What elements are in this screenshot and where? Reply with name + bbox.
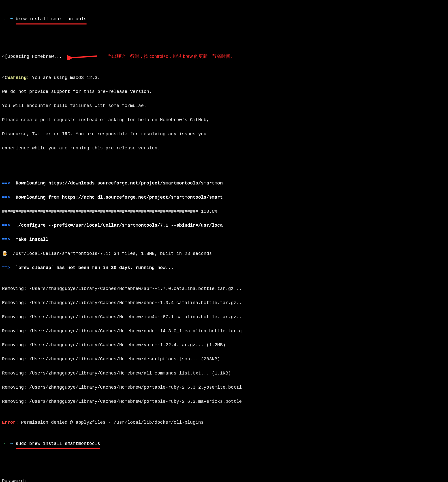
error-line: Error: Permission denied @ apply2files -… [2, 419, 446, 426]
removing-line: Removing: /Users/zhangguoye/Library/Cach… [2, 328, 446, 335]
beer-icon: 🍺 [2, 250, 8, 257]
prompt-line-1: → ~ brew install smartmontools [2, 16, 446, 25]
removing-line: Removing: /Users/zhangguoye/Library/Cach… [2, 285, 446, 292]
built-line: 🍺 /usr/local/Cellar/smartmontools/7.1: 3… [2, 250, 446, 257]
warning-line: ^CWarning: You are using macOS 12.3. [2, 74, 446, 82]
password-line: Password: [2, 478, 446, 482]
blank-line [2, 32, 446, 39]
updating-line: ^[Updating Homebrew...当出现这一行时，按 control+… [2, 53, 446, 60]
removing-line: Removing: /Users/zhangguoye/Library/Cach… [2, 398, 446, 405]
prompt-arrow: → [2, 16, 5, 21]
marker: ==> [2, 181, 10, 186]
terminal[interactable]: → ~ brew install smartmontools ^[Updatin… [0, 0, 448, 482]
svg-line-0 [71, 56, 97, 58]
download-line: ==> Downloading https://downloads.source… [2, 180, 446, 187]
progress-line: ########################################… [2, 208, 446, 215]
removing-line: Removing: /Users/zhangguoye/Library/Cach… [2, 384, 446, 391]
prompt-tilde: ~ [10, 16, 13, 21]
error-label: Error: [2, 420, 18, 425]
arrow-icon [67, 53, 97, 60]
removing-line: Removing: /Users/zhangguoye/Library/Cach… [2, 356, 446, 363]
make-line: ==> make install [2, 236, 446, 243]
blank-line [2, 159, 446, 166]
output-line: experience while you are running this pr… [2, 145, 446, 152]
output-line: You will encounter build failures with s… [2, 102, 446, 110]
output-line: Discourse, Twitter or IRC. You are respo… [2, 131, 446, 138]
command-2: sudo brew install smartmontools [16, 440, 100, 449]
prompt-arrow: → [2, 441, 5, 446]
download-line: ==> Downloading from https://nchc.dl.sou… [2, 194, 446, 201]
output-line: Please create pull requests instead of a… [2, 117, 446, 124]
blank-line [2, 457, 446, 464]
marker: ==> [2, 195, 10, 200]
marker: ==> [2, 237, 10, 242]
cleanup-line: ==> `brew cleanup` has not been run in 3… [2, 264, 446, 272]
prompt-tilde: ~ [10, 441, 13, 446]
marker: ==> [2, 265, 10, 270]
removing-line: Removing: /Users/zhangguoye/Library/Cach… [2, 314, 446, 321]
configure-line: ==> ./configure --prefix=/usr/local/Cell… [2, 222, 446, 229]
command-1: brew install smartmontools [16, 16, 87, 24]
annotation-text: 当出现这一行时，按 control+c，跳过 brew 的更新，节省时间。 [107, 54, 235, 59]
marker: ==> [2, 223, 10, 228]
removing-line: Removing: /Users/zhangguoye/Library/Cach… [2, 300, 446, 307]
prompt-line-2: → ~ sudo brew install smartmontools [2, 440, 446, 450]
removing-line: Removing: /Users/zhangguoye/Library/Cach… [2, 370, 446, 377]
output-line: We do not provide support for this pre-r… [2, 88, 446, 95]
warning-label: Warning: [8, 75, 29, 80]
removing-line: Removing: /Users/zhangguoye/Library/Cach… [2, 342, 446, 349]
